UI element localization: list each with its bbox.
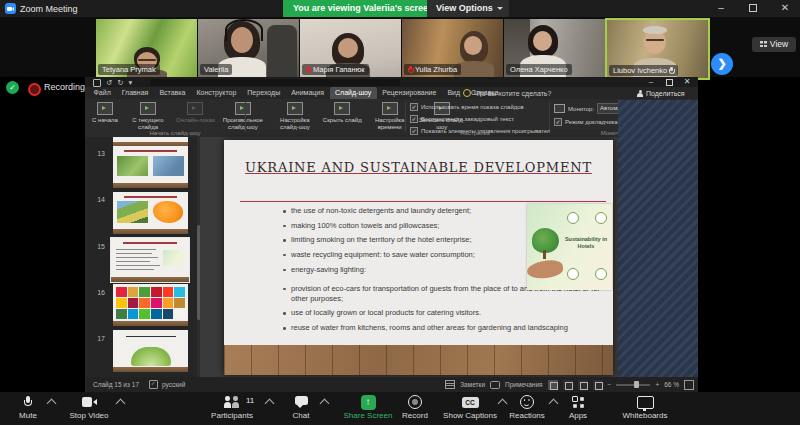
qat-dropdown-icon[interactable]: ▾ bbox=[129, 78, 133, 88]
monitor-icon bbox=[554, 104, 565, 113]
ribbon-checkbox[interactable]: Воспроизвести закадровый текст bbox=[410, 113, 550, 125]
ribbon-button[interactable]: Онлайн-показ bbox=[174, 101, 217, 131]
zoom-slider[interactable] bbox=[616, 384, 650, 386]
ppt-tab[interactable]: Анимация bbox=[286, 87, 330, 99]
window-minimize-button[interactable]: – bbox=[708, 0, 734, 17]
video-tile-tetyana[interactable]: Tetyana Prymak bbox=[95, 18, 198, 78]
ppt-tab[interactable]: Вставка bbox=[154, 87, 191, 99]
zoom-toolbar: Mute Stop Video Participants 11 Chat ↑ S… bbox=[0, 392, 800, 425]
ribbon-button[interactable]: Произвольное слайд-шоу bbox=[217, 101, 269, 131]
headphones bbox=[225, 19, 263, 41]
participants-button[interactable]: Participants bbox=[197, 395, 267, 420]
ppt-title-search-box[interactable] bbox=[150, 79, 400, 86]
ppt-restore-button[interactable] bbox=[661, 77, 677, 87]
ribbon-button[interactable]: Настройка времени bbox=[364, 101, 416, 131]
eco-badge-icon bbox=[595, 212, 607, 224]
slideshow-icon bbox=[140, 102, 156, 115]
slide-thumb-14[interactable] bbox=[113, 192, 188, 234]
encryption-badge-icon: ✓ bbox=[6, 81, 19, 94]
sdg-cell bbox=[139, 298, 150, 308]
apps-button[interactable]: Apps bbox=[543, 395, 613, 420]
ribbon-group-label: Настройка bbox=[415, 130, 535, 136]
ribbon-button[interactable]: Настройка слайд-шоу bbox=[269, 101, 321, 131]
whiteboards-button[interactable]: Whiteboards bbox=[610, 395, 680, 420]
eco-badge-icon bbox=[595, 268, 607, 280]
ppt-tab[interactable]: Слайд-шоу bbox=[330, 87, 377, 99]
comments-button[interactable]: Примечания bbox=[505, 381, 543, 388]
ppt-tab[interactable]: Переходы bbox=[242, 87, 286, 99]
language-status[interactable]: русский bbox=[162, 381, 185, 388]
sdg-cell bbox=[128, 309, 139, 319]
participant-name: Yulia Zhurba bbox=[404, 64, 461, 75]
normal-view-button[interactable] bbox=[548, 380, 558, 390]
video-tile-liubov[interactable]: Liubov Ivchenko bbox=[605, 18, 710, 80]
slideshow-icon bbox=[382, 102, 398, 115]
spellcheck-icon[interactable] bbox=[149, 380, 158, 389]
background-window bbox=[618, 100, 698, 377]
ppt-tab[interactable]: Рецензирование bbox=[377, 87, 442, 99]
chat-icon bbox=[295, 396, 308, 408]
ppt-tab[interactable]: Файл bbox=[88, 87, 116, 99]
participants-icon bbox=[224, 396, 241, 408]
ppt-ribbon-tabs: ФайлГлавнаяВставкаКонструкторПереходыАни… bbox=[88, 87, 504, 99]
zoom-logo-icon bbox=[5, 3, 16, 14]
person-icon bbox=[637, 90, 643, 97]
redo-icon[interactable]: ↻ bbox=[117, 78, 123, 88]
zoom-percentage[interactable]: 66 % bbox=[664, 381, 679, 388]
reading-view-button[interactable] bbox=[578, 380, 588, 390]
ppt-share-button[interactable]: Поделиться bbox=[637, 87, 685, 99]
slide-number: 17 bbox=[91, 335, 105, 342]
zoom-titlebar: Zoom Meeting You are viewing Valeriia's … bbox=[0, 0, 800, 17]
ppt-ribbon: С начала С текущего слайда Онлайн-показ … bbox=[85, 99, 698, 138]
sdg-cell bbox=[128, 298, 139, 308]
slide-divider-line bbox=[240, 201, 606, 202]
tell-me-box[interactable]: Что вы хотите сделать? bbox=[463, 87, 551, 99]
slideshow-icon bbox=[97, 102, 113, 115]
window-maximize-button[interactable] bbox=[740, 0, 766, 17]
slideshow-icon bbox=[334, 102, 350, 115]
slide-thumb-17[interactable] bbox=[113, 330, 188, 372]
ppt-tab[interactable]: Конструктор bbox=[191, 87, 242, 99]
save-icon[interactable] bbox=[93, 79, 101, 87]
slideshow-view-button[interactable] bbox=[593, 380, 603, 390]
slide-sorter-view-button[interactable] bbox=[563, 380, 573, 390]
next-participants-button[interactable]: ❯ bbox=[711, 53, 733, 75]
slide-thumb-13[interactable] bbox=[113, 146, 188, 188]
stop-video-button[interactable]: Stop Video bbox=[54, 395, 124, 420]
powerpoint-window: ↺ ↻ ▾ – ✕ ФайлГлавнаяВставкаКонструкторП… bbox=[85, 77, 698, 392]
video-tile-valeriia[interactable]: Valeriia bbox=[197, 18, 300, 78]
sustainability-image: Sustainability in Hotels bbox=[527, 204, 612, 290]
video-tile-mariia[interactable]: Марія Гапанюк bbox=[299, 18, 402, 78]
slide-number: 13 bbox=[91, 150, 105, 157]
fit-to-window-icon[interactable] bbox=[684, 380, 694, 390]
whiteboards-icon bbox=[637, 396, 654, 409]
view-options-button[interactable]: View Options bbox=[427, 0, 509, 17]
gallery-view-button[interactable]: View bbox=[752, 37, 796, 52]
ribbon-checkbox[interactable]: Использовать время показа слайдов bbox=[410, 101, 550, 113]
ribbon-button[interactable]: С начала bbox=[88, 101, 122, 131]
wood-floor-graphic bbox=[224, 345, 613, 375]
ribbon-divider bbox=[245, 102, 246, 132]
slide-thumb-15-selected[interactable] bbox=[110, 237, 190, 283]
presenter-mode-checkbox[interactable]: Режим докладчика bbox=[554, 116, 618, 128]
notes-button[interactable]: Заметки bbox=[460, 381, 485, 388]
sdg-cell bbox=[139, 309, 150, 319]
zoom-in-button[interactable]: + bbox=[655, 381, 659, 388]
undo-icon[interactable]: ↺ bbox=[106, 78, 112, 88]
video-tile-olena[interactable]: Олена Харченко bbox=[503, 18, 606, 78]
video-tile-yulia[interactable]: Yulia Zhurba bbox=[401, 18, 504, 78]
sdg-cell bbox=[116, 309, 127, 319]
record-icon bbox=[408, 395, 422, 409]
ribbon-button[interactable]: Скрыть слайд bbox=[321, 101, 364, 131]
ppt-minimize-button[interactable]: – bbox=[643, 77, 659, 87]
window-close-button[interactable]: ✕ bbox=[772, 0, 798, 17]
sdg-cell bbox=[163, 298, 174, 308]
current-slide: UKRAINE AND SUSTAINABLE DEVELOPMENT the … bbox=[224, 140, 613, 375]
slide-thumb-16[interactable] bbox=[113, 284, 188, 326]
ppt-close-button[interactable]: ✕ bbox=[679, 77, 695, 87]
ppt-tab[interactable]: Главная bbox=[116, 87, 154, 99]
zoom-out-button[interactable]: − bbox=[608, 381, 612, 388]
ribbon-button[interactable]: С текущего слайда bbox=[122, 101, 174, 131]
participant-name: Олена Харченко bbox=[506, 64, 572, 75]
sdg-cell bbox=[151, 298, 162, 308]
